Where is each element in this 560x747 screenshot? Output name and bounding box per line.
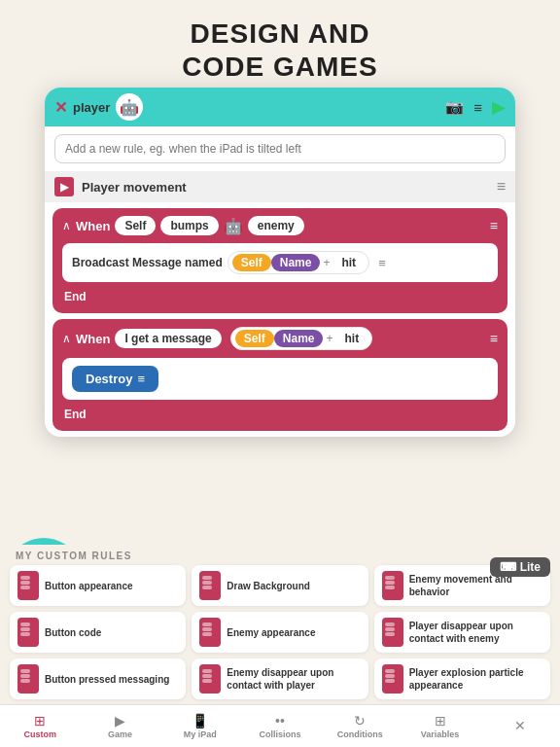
self-pill-1[interactable]: Self xyxy=(115,216,156,235)
rule-card[interactable]: Enemy appearance xyxy=(192,612,368,653)
rule-card[interactable]: Button appearance xyxy=(10,565,186,606)
broadcast-plus: + xyxy=(320,256,332,269)
rule-card-icon xyxy=(18,571,39,600)
when-label-2: When xyxy=(76,332,110,346)
enemy-pill[interactable]: enemy xyxy=(248,216,304,235)
when-label-1: When xyxy=(76,219,110,233)
broadcast-hit: hit xyxy=(332,254,365,271)
nav-icon: ⊞ xyxy=(435,713,446,729)
rule-group-header: ▶ Player movement ≡ xyxy=(45,171,515,202)
player-label: player xyxy=(73,100,110,115)
destroy-button[interactable]: Destroy ≡ xyxy=(72,366,158,392)
rule-card-icon xyxy=(199,664,221,694)
play-icon[interactable]: ▶ xyxy=(492,96,506,118)
rule-card[interactable]: Enemy disappear upon contact with player xyxy=(192,658,368,699)
when-menu-1[interactable]: ≡ xyxy=(490,218,498,233)
message-hit: hit xyxy=(336,330,368,347)
broadcast-self: Self xyxy=(232,254,271,271)
nav-icon: ✕ xyxy=(514,718,526,733)
message-name: Name xyxy=(274,330,324,347)
nav-item-conditions[interactable]: ↻Conditions xyxy=(320,713,400,739)
rule-card-icon xyxy=(382,571,403,600)
add-rule-area xyxy=(45,126,515,171)
nav-item-variables[interactable]: ⊞Variables xyxy=(400,713,479,739)
when-line-2: ∧ When I get a message Self Name + hit ≡ xyxy=(62,327,498,350)
rule-card-icon xyxy=(199,618,221,647)
close-button[interactable]: ✕ xyxy=(54,98,67,117)
rule-block-bumps: ∧ When Self bumps 🤖 enemy ≡ Broadcast Me… xyxy=(52,208,508,313)
app-window: ✕ player 🤖 📷 ≡ ▶ ▶ Player movement ≡ ∧ W… xyxy=(45,88,515,437)
nav-label: Game xyxy=(108,729,132,739)
broadcast-card: Broadcast Message named Self Name + hit … xyxy=(62,243,498,282)
rule-card[interactable]: Draw Background xyxy=(192,565,368,606)
end-label-2: End xyxy=(62,404,498,423)
rule-card-label: Button appearance xyxy=(45,580,133,592)
nav-label: Collisions xyxy=(259,729,300,739)
hero-title: DESIGN AND CODE GAMES xyxy=(10,18,550,83)
rule-card-icon xyxy=(382,618,403,647)
broadcast-label: Broadcast Message named xyxy=(72,256,223,269)
nav-item-6[interactable]: ✕ xyxy=(480,718,560,734)
lite-label: Lite xyxy=(520,560,541,574)
bottom-nav: ⊞Custom▶Game📱My iPad••Collisions↻Conditi… xyxy=(0,704,560,747)
camera-icon[interactable]: 📷 xyxy=(445,98,464,116)
bumps-pill[interactable]: bumps xyxy=(160,216,218,235)
rule-group-icon: ▶ xyxy=(54,177,74,196)
rule-card-icon xyxy=(18,618,39,647)
rule-card-label: Enemy appearance xyxy=(227,626,315,639)
nav-icon: 📱 xyxy=(192,713,208,729)
rule-card-label: Player explosion particle appearance xyxy=(409,666,542,692)
nav-label: My iPad xyxy=(184,729,217,739)
custom-rules-section: MY CUSTOM RULES Button appearanceDraw Ba… xyxy=(0,545,560,703)
broadcast-line: Broadcast Message named Self Name + hit … xyxy=(72,251,488,274)
rule-group-menu-icon[interactable]: ≡ xyxy=(497,178,506,196)
top-bar-actions: 📷 ≡ ▶ xyxy=(445,96,506,118)
hero-section: DESIGN AND CODE GAMES xyxy=(0,0,560,92)
list-icon[interactable]: ≡ xyxy=(473,99,482,116)
rule-card-label: Enemy disappear upon contact with player xyxy=(227,666,360,692)
broadcast-menu-icon[interactable]: ≡ xyxy=(378,256,386,270)
add-rule-input[interactable] xyxy=(54,134,506,163)
nav-label: Variables xyxy=(421,729,460,739)
message-combo[interactable]: Self Name + hit xyxy=(230,327,372,350)
rule-card-label: Player disappear upon contact with enemy xyxy=(409,620,542,645)
rule-card-label: Button code xyxy=(45,626,101,639)
rule-card-icon xyxy=(199,571,221,600)
rule-card-icon xyxy=(382,664,403,694)
rule-card-label: Draw Background xyxy=(227,580,310,592)
when-menu-2[interactable]: ≡ xyxy=(490,331,498,346)
message-plus: + xyxy=(323,332,335,345)
lite-badge[interactable]: ⌨ Lite xyxy=(490,557,550,577)
enemy-icon: 🤖 xyxy=(224,217,243,235)
nav-item-custom[interactable]: ⊞Custom xyxy=(0,713,80,739)
nav-label: Custom xyxy=(23,729,56,739)
rule-block-message: ∧ When I get a message Self Name + hit ≡… xyxy=(52,319,508,431)
top-bar: ✕ player 🤖 📷 ≡ ▶ xyxy=(45,88,515,126)
message-self: Self xyxy=(235,330,274,347)
nav-item-collisions[interactable]: ••Collisions xyxy=(240,713,320,739)
broadcast-combo[interactable]: Self Name + hit xyxy=(228,251,369,274)
nav-icon: ↻ xyxy=(354,713,366,729)
rule-card-label: Button pressed messaging xyxy=(45,673,169,686)
nav-label: Conditions xyxy=(337,729,383,739)
lite-icon: ⌨ xyxy=(500,560,516,574)
rule-card[interactable]: Player disappear upon contact with enemy xyxy=(374,612,550,653)
nav-icon: •• xyxy=(275,713,285,729)
custom-rules-header: MY CUSTOM RULES xyxy=(0,545,560,565)
rule-group-label: Player movement xyxy=(82,180,187,195)
rule-card[interactable]: Button code xyxy=(10,612,186,653)
custom-rules-grid: Button appearanceDraw BackgroundEnemy mo… xyxy=(0,565,560,699)
destroy-menu-icon: ≡ xyxy=(137,372,145,386)
get-message-pill[interactable]: I get a message xyxy=(115,329,221,348)
rule-card-icon xyxy=(18,664,39,694)
rule-card[interactable]: Player explosion particle appearance xyxy=(374,658,550,699)
nav-item-my-ipad[interactable]: 📱My iPad xyxy=(160,713,240,739)
rule-card[interactable]: Button pressed messaging xyxy=(10,658,186,699)
end-label-1: End xyxy=(62,286,498,305)
destroy-card: Destroy ≡ xyxy=(62,358,498,400)
chevron-icon-2: ∧ xyxy=(62,332,71,345)
nav-icon: ▶ xyxy=(115,713,125,729)
when-line-1: ∧ When Self bumps 🤖 enemy ≡ xyxy=(62,216,498,235)
player-avatar: 🤖 xyxy=(116,93,143,121)
nav-item-game[interactable]: ▶Game xyxy=(80,713,159,739)
